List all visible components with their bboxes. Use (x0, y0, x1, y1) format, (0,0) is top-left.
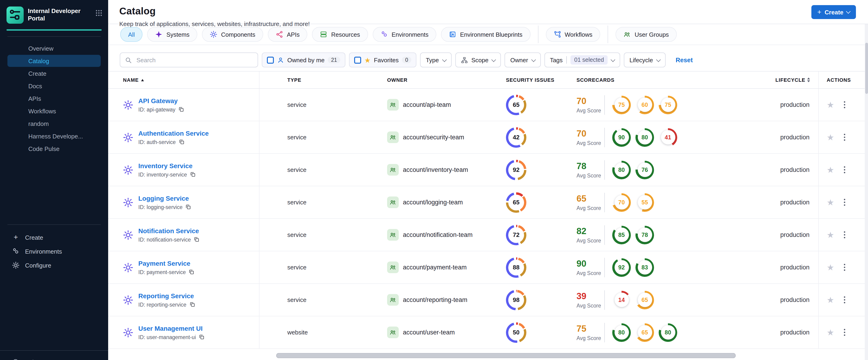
owned-by-me-checkbox[interactable] (267, 56, 274, 63)
security-issues-donut[interactable]: 88 (506, 257, 526, 277)
column-header-name[interactable]: Name (108, 71, 259, 88)
row-menu-icon[interactable] (842, 230, 847, 240)
scorecard-ring[interactable]: 55 (636, 193, 654, 212)
favorite-star-icon[interactable]: ★ (827, 263, 834, 271)
tab-resources[interactable]: Resources (312, 27, 368, 42)
sidebar-item-harness-develope-[interactable]: Harness Develope... (7, 130, 101, 142)
favorites-filter[interactable]: ★ Favorites 0 (349, 53, 416, 67)
scorecard-ring[interactable]: 80 (659, 323, 677, 342)
row-menu-icon[interactable] (842, 262, 847, 272)
scorecard-ring[interactable]: 65 (636, 291, 654, 309)
owner-name[interactable]: account/reporting-team (403, 296, 467, 303)
security-issues-donut[interactable]: 72 (506, 224, 526, 245)
scorecard-ring[interactable]: 80 (612, 323, 631, 342)
owned-by-me-filter[interactable]: Owned by me 21 (262, 53, 345, 67)
favorite-star-icon[interactable]: ★ (827, 133, 834, 142)
security-issues-donut[interactable]: 92 (506, 159, 526, 180)
copy-id-icon[interactable] (179, 139, 185, 145)
table-row[interactable]: Logging Service ID: logging-service serv… (108, 186, 868, 219)
security-issues-donut[interactable]: 65 (506, 192, 526, 212)
table-row[interactable]: Inventory Service ID: inventory-service … (108, 154, 868, 186)
entity-name-link[interactable]: User Management UI (138, 325, 205, 332)
app-switcher-icon[interactable] (95, 9, 102, 17)
copy-id-icon[interactable] (178, 107, 184, 112)
sidebar-item-environments[interactable]: Environments (7, 244, 101, 258)
table-row[interactable]: Payment Service ID: payment-service serv… (108, 251, 868, 284)
scorecard-ring[interactable]: 75 (659, 95, 677, 114)
favorite-star-icon[interactable]: ★ (827, 328, 834, 336)
column-header-lifecycle[interactable]: Lifecycle (760, 71, 818, 88)
security-issues-donut[interactable]: 98 (506, 290, 526, 310)
scorecard-ring[interactable]: 41 (659, 128, 677, 147)
table-row[interactable]: Reporting Service ID: reporting-service … (108, 284, 868, 316)
scorecard-ring[interactable]: 70 (612, 193, 631, 212)
table-row[interactable]: Authentication Service ID: auth-service … (108, 121, 868, 154)
scorecard-ring[interactable]: 80 (612, 160, 631, 179)
sidebar-item-create[interactable]: +Create (7, 231, 101, 244)
create-button[interactable]: + Create (811, 5, 856, 19)
table-row[interactable]: API Gateway ID: api-gateway service acco… (108, 89, 868, 121)
copy-id-icon[interactable] (193, 236, 199, 242)
scorecard-ring[interactable]: 83 (636, 258, 654, 277)
sidebar-item-overview[interactable]: Overview (7, 42, 101, 54)
scope-dropdown[interactable]: Scope (455, 53, 501, 67)
tab-components[interactable]: Components (202, 27, 263, 42)
row-menu-icon[interactable] (842, 327, 847, 337)
scorecard-ring[interactable]: 14 (612, 291, 631, 309)
row-menu-icon[interactable] (842, 132, 847, 142)
scorecard-ring[interactable]: 75 (612, 95, 631, 114)
sidebar-item-help[interactable]: Help (0, 355, 108, 360)
vertical-scrollbar-track[interactable] (865, 24, 868, 360)
entity-name-link[interactable]: Logging Service (138, 194, 191, 202)
scorecard-ring[interactable]: 65 (636, 323, 654, 342)
scorecard-ring[interactable]: 80 (636, 128, 654, 147)
owner-name[interactable]: account/user-team (403, 329, 455, 336)
horizontal-scrollbar-thumb[interactable] (276, 353, 736, 358)
entity-name-link[interactable]: Inventory Service (138, 162, 196, 170)
sidebar-item-docs[interactable]: Docs (7, 80, 101, 92)
table-row[interactable]: Notification Service ID: notification-se… (108, 219, 868, 251)
row-menu-icon[interactable] (842, 295, 847, 305)
copy-id-icon[interactable] (185, 204, 191, 210)
tab-user-groups[interactable]: User Groups (616, 27, 677, 42)
row-menu-icon[interactable] (842, 165, 847, 175)
table-row[interactable]: User Management UI ID: user-management-u… (108, 316, 868, 349)
security-issues-donut[interactable]: 50 (506, 322, 526, 342)
lifecycle-dropdown[interactable]: Lifecycle (624, 53, 665, 67)
scorecard-ring[interactable]: 85 (612, 226, 631, 244)
entity-name-link[interactable]: Reporting Service (138, 292, 195, 300)
copy-id-icon[interactable] (189, 269, 195, 275)
favorite-star-icon[interactable]: ★ (827, 231, 834, 239)
owner-name[interactable]: account/payment-team (403, 264, 467, 271)
sidebar-item-configure[interactable]: Configure (7, 258, 101, 272)
sidebar-item-catalog[interactable]: Catalog (7, 55, 101, 67)
sidebar-item-workflows[interactable]: Workflows (7, 105, 101, 117)
scorecard-ring[interactable]: 60 (636, 95, 654, 114)
sidebar-item-create[interactable]: Create (7, 67, 101, 80)
tab-workflows[interactable]: Workflows (546, 27, 600, 42)
scorecard-ring[interactable]: 78 (636, 226, 654, 244)
tab-systems[interactable]: Systems (147, 27, 197, 42)
owner-name[interactable]: account/inventory-team (403, 166, 468, 173)
copy-id-icon[interactable] (190, 172, 196, 177)
sidebar-item-code-pulse[interactable]: Code Pulse (7, 143, 101, 155)
entity-name-link[interactable]: Payment Service (138, 260, 195, 267)
search-input[interactable] (135, 56, 253, 64)
favorite-star-icon[interactable]: ★ (827, 166, 834, 174)
entity-name-link[interactable]: API Gateway (138, 97, 184, 104)
sidebar-item-apis[interactable]: APIs (7, 92, 101, 104)
favorite-star-icon[interactable]: ★ (827, 100, 834, 109)
security-issues-donut[interactable]: 42 (506, 127, 526, 148)
favorite-star-icon[interactable]: ★ (827, 198, 834, 207)
type-dropdown[interactable]: Type (420, 53, 452, 67)
scorecard-ring[interactable]: 76 (636, 160, 654, 179)
owner-name[interactable]: account/logging-team (403, 199, 463, 206)
entity-name-link[interactable]: Authentication Service (138, 129, 209, 137)
tab-all[interactable]: All (120, 27, 143, 42)
reset-filters-link[interactable]: Reset (676, 56, 693, 63)
scorecard-ring[interactable]: 92 (612, 258, 631, 277)
owner-name[interactable]: account/notification-team (403, 231, 472, 238)
owner-dropdown[interactable]: Owner (505, 53, 541, 67)
favorite-star-icon[interactable]: ★ (827, 296, 834, 304)
owner-name[interactable]: account/api-team (403, 101, 451, 108)
